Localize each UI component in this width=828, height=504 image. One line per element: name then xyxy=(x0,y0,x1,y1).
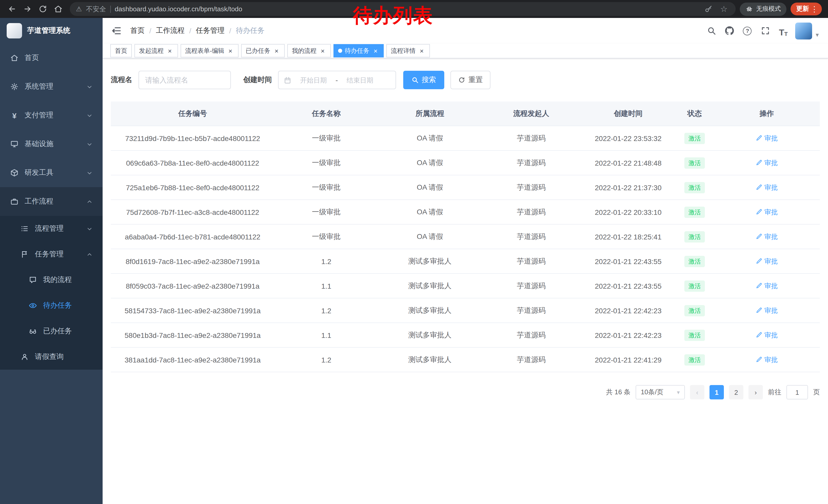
home-icon xyxy=(54,5,62,13)
tab-start-process[interactable]: 发起流程 × xyxy=(134,44,178,57)
process-cell: OA 请假 xyxy=(378,158,482,168)
app-header: 首页 / 工作流程 / 任务管理 / 待办任务 ? xyxy=(102,18,828,44)
task-id-cell: 75d72608-7b7f-11ec-a3c8-acde48001122 xyxy=(111,208,275,216)
create-time-cell: 2022-01-21 22:43:55 xyxy=(581,282,676,290)
browser-menu-icon[interactable]: ⋮ xyxy=(811,5,818,13)
approve-link[interactable]: 审批 xyxy=(756,281,778,290)
search-button[interactable]: 搜索 xyxy=(403,71,444,89)
prev-page-button[interactable]: ‹ xyxy=(690,385,704,400)
glasses-icon xyxy=(29,327,37,335)
sidebar-item-system[interactable]: 系统管理 xyxy=(0,72,102,101)
page-size-select[interactable]: 10条/页 ▾ xyxy=(636,385,685,400)
incognito-badge[interactable]: 无痕模式 xyxy=(740,2,786,16)
breadcrumb-home[interactable]: 首页 xyxy=(130,26,145,35)
table-header: 任务编号 任务名称 所属流程 流程发起人 创建时间 状态 操作 xyxy=(111,101,820,126)
security-label[interactable]: 不安全 xyxy=(86,4,106,13)
fullscreen-button[interactable] xyxy=(759,25,772,37)
tab-my-process[interactable]: 我的流程 × xyxy=(287,44,331,57)
approve-link[interactable]: 审批 xyxy=(756,232,778,241)
starter-cell: 芋道源码 xyxy=(482,281,581,290)
approve-link[interactable]: 审批 xyxy=(756,257,778,266)
approve-link[interactable]: 审批 xyxy=(756,355,778,364)
approve-link[interactable]: 审批 xyxy=(756,306,778,315)
avatar-caret-icon[interactable]: ▾ xyxy=(816,31,819,38)
edit-pen-icon xyxy=(756,356,762,363)
tab-todo-task[interactable]: 待办任务 × xyxy=(333,44,384,57)
sidebar-item-leave-query[interactable]: 请假查询 xyxy=(0,344,102,370)
annotation-overlay: 待办列表 xyxy=(353,3,433,29)
sidebar-toggle[interactable] xyxy=(110,24,123,37)
sidebar-item-home[interactable]: 首页 xyxy=(0,44,102,72)
avatar[interactable] xyxy=(795,22,812,39)
close-icon[interactable]: × xyxy=(166,47,173,54)
chevron-down-icon xyxy=(87,84,92,89)
process-name-input[interactable] xyxy=(145,76,224,84)
task-id-cell: 069c6a63-7b8a-11ec-8ef0-acde48001122 xyxy=(111,159,275,167)
task-name-cell: 一级审批 xyxy=(275,158,378,168)
tab-home[interactable]: 首页 xyxy=(110,44,132,57)
end-date-input[interactable] xyxy=(341,76,379,84)
forward-button[interactable] xyxy=(19,1,35,17)
sidebar-item-todo-task[interactable]: 待办任务 xyxy=(0,293,102,318)
starter-cell: 芋道源码 xyxy=(482,208,581,217)
starter-cell: 芋道源码 xyxy=(482,355,581,364)
goto-page-input[interactable] xyxy=(786,385,808,400)
column-header: 创建时间 xyxy=(581,109,676,118)
url-text[interactable]: dashboard.yudao.iocoder.cn/bpm/task/todo xyxy=(115,5,242,13)
task-name-cell: 1.2 xyxy=(275,356,378,364)
warning-icon: ⚠ xyxy=(76,5,82,13)
bookmark-star-button[interactable]: ☆ xyxy=(718,5,730,13)
date-range-separator: - xyxy=(335,76,338,84)
tab-process-detail[interactable]: 流程详情 × xyxy=(386,44,430,57)
font-size-button[interactable]: T T xyxy=(777,25,790,37)
next-page-button[interactable]: › xyxy=(748,385,763,400)
monitor-icon xyxy=(10,140,18,148)
sidebar-item-payment[interactable]: ¥ 支付管理 xyxy=(0,101,102,130)
page-button-1[interactable]: 1 xyxy=(709,385,724,400)
tab-form-edit[interactable]: 流程表单-编辑 × xyxy=(180,44,239,57)
approve-link[interactable]: 审批 xyxy=(756,134,778,143)
sidebar-item-devtools[interactable]: 研发工具 xyxy=(0,158,102,187)
sidebar-menu: 首页 系统管理 ¥ 支付管理 基础设施 xyxy=(0,44,102,370)
approve-link[interactable]: 审批 xyxy=(756,158,778,168)
sidebar-item-process-mgmt[interactable]: 流程管理 xyxy=(0,216,102,241)
password-key-button[interactable] xyxy=(703,5,714,13)
update-chip[interactable]: 更新 ⋮ xyxy=(791,3,822,15)
close-icon[interactable]: × xyxy=(319,47,326,54)
menu-label: 已办任务 xyxy=(43,327,72,336)
tab-done-task[interactable]: 已办任务 × xyxy=(241,44,285,57)
sidebar-item-task-mgmt[interactable]: 任务管理 xyxy=(0,241,102,267)
app-logo[interactable]: 芋道管理系统 xyxy=(0,18,102,44)
github-button[interactable] xyxy=(723,25,736,37)
page-button-2[interactable]: 2 xyxy=(729,385,743,400)
search-button[interactable] xyxy=(705,25,718,37)
close-icon[interactable]: × xyxy=(372,47,379,54)
breadcrumb-task-mgmt[interactable]: 任务管理 xyxy=(196,26,225,35)
start-date-input[interactable] xyxy=(294,76,332,84)
approve-link[interactable]: 审批 xyxy=(756,183,778,192)
breadcrumb-current: 待办任务 xyxy=(236,26,264,35)
close-icon[interactable]: × xyxy=(273,47,280,54)
status-badge: 激活 xyxy=(685,256,705,267)
reload-button[interactable] xyxy=(35,1,50,17)
sidebar-item-workflow[interactable]: 工作流程 xyxy=(0,187,102,216)
date-range-picker[interactable]: - xyxy=(278,71,396,89)
approve-link[interactable]: 审批 xyxy=(756,208,778,217)
close-icon[interactable]: × xyxy=(418,47,425,54)
sidebar-item-infra[interactable]: 基础设施 xyxy=(0,130,102,158)
back-button[interactable] xyxy=(4,1,19,17)
close-icon[interactable]: × xyxy=(227,47,234,54)
process-name-field[interactable] xyxy=(138,71,231,89)
logo-image xyxy=(7,23,22,39)
home-button[interactable] xyxy=(50,1,66,17)
reset-button[interactable]: 重置 xyxy=(450,71,490,89)
task-name-cell: 一级审批 xyxy=(275,183,378,192)
sidebar-item-done-task[interactable]: 已办任务 xyxy=(0,318,102,344)
menu-label: 系统管理 xyxy=(25,82,53,91)
help-button[interactable]: ? xyxy=(741,25,754,37)
approve-link[interactable]: 审批 xyxy=(756,330,778,340)
create-time-cell: 2022-01-21 22:42:23 xyxy=(581,306,676,315)
sidebar-item-my-process[interactable]: 我的流程 xyxy=(0,267,102,293)
reload-icon xyxy=(38,5,47,13)
breadcrumb-workflow[interactable]: 工作流程 xyxy=(156,26,185,35)
